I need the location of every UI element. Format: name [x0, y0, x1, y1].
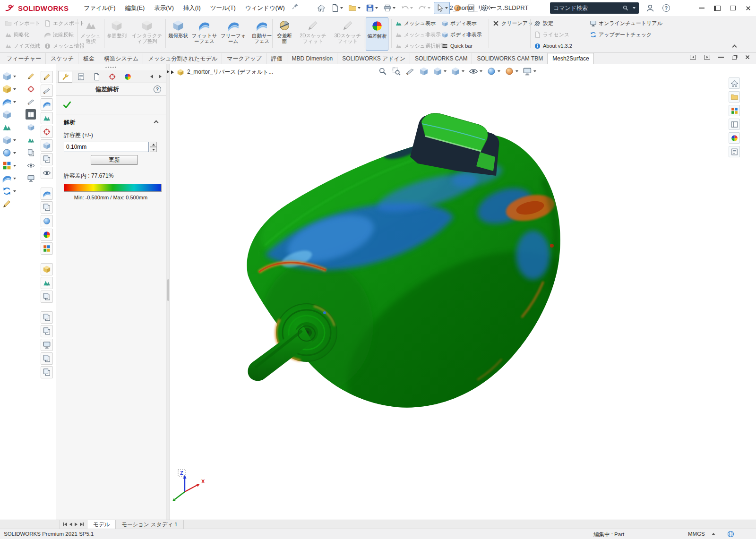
tab-addins[interactable]: SOLIDWORKS アドイン — [337, 53, 410, 64]
menu-view[interactable]: 表示(V) — [149, 2, 179, 14]
previous-view-button[interactable] — [419, 67, 429, 76]
toolbar-button[interactable] — [1, 173, 17, 184]
print-button[interactable] — [381, 2, 397, 14]
task-pane-resources-button[interactable] — [729, 91, 740, 103]
task-pane-home-button[interactable] — [729, 77, 740, 89]
display-style-button[interactable] — [451, 67, 464, 76]
apply-scene-button[interactable] — [505, 67, 518, 76]
user-account-icon[interactable] — [645, 3, 655, 13]
btn-cross-section[interactable]: 交差断面 — [274, 17, 295, 51]
btn-mesh-hide[interactable]: メッシュ非表示 — [393, 29, 439, 40]
toolbar-button[interactable] — [41, 311, 53, 324]
toolbar-button[interactable] — [41, 126, 53, 138]
toolbar-button[interactable] — [26, 71, 36, 81]
btn-deviation-analysis[interactable]: 偏差解析 — [366, 17, 388, 51]
pm-nav-right-icon[interactable] — [159, 75, 162, 78]
tab-mbd-dimension[interactable]: MBD Dimension — [287, 53, 338, 64]
last-tab-button[interactable] — [80, 522, 84, 526]
toolbar-button[interactable] — [41, 352, 53, 365]
btn-about[interactable]: About v1.3.2 — [532, 40, 584, 51]
btn-2d-sketch-fit[interactable]: 2Dスケッチフィット — [296, 17, 329, 51]
tab-structure-system[interactable]: 構造システム — [99, 53, 143, 64]
btn-body-hide[interactable]: ボディ非表示 — [439, 29, 487, 40]
btn-auto-surface[interactable]: 自動サーフェス — [249, 17, 275, 51]
toolbar-button[interactable] — [41, 339, 53, 351]
toolbar-button[interactable] — [41, 277, 53, 289]
tab-features[interactable]: フィーチャー — [2, 53, 46, 64]
btn-online-tutorial[interactable]: オンラインチュートリアル — [588, 17, 659, 29]
pm-tab-configurations[interactable] — [89, 71, 103, 83]
next-tab-button[interactable] — [75, 522, 77, 526]
toolbar-button[interactable] — [1, 186, 17, 197]
btn-noise-reduction[interactable]: ノイズ低減 — [3, 40, 42, 51]
panel-splitter[interactable] — [166, 64, 170, 520]
pane-right-icon[interactable] — [704, 55, 710, 60]
zoom-area-button[interactable] — [392, 67, 401, 76]
task-pane-custom-props-button[interactable] — [729, 146, 740, 157]
toolbar-button[interactable] — [1, 84, 17, 94]
toolbar-button[interactable] — [1, 198, 17, 209]
help-icon[interactable]: ? — [662, 4, 670, 12]
tab-sheet-metal[interactable]: 板金 — [78, 53, 99, 64]
toolbar-button-active[interactable] — [26, 109, 36, 120]
toolbar-button[interactable] — [26, 160, 36, 171]
toolbar-button[interactable] — [26, 122, 36, 132]
toolbar-button[interactable] — [41, 167, 53, 179]
minimize-document-icon[interactable] — [718, 57, 724, 58]
edit-appearance-button[interactable] — [487, 67, 500, 76]
restore-document-icon[interactable] — [732, 56, 737, 60]
first-tab-button[interactable] — [63, 522, 67, 526]
tree-root-label[interactable]: 2_mortor_リバース (デフォルト... — [187, 68, 273, 76]
btn-settings[interactable]: 設定 — [532, 17, 584, 29]
dock-window-icon[interactable] — [714, 6, 721, 11]
globe-icon[interactable] — [727, 530, 735, 538]
menu-insert[interactable]: 挿入(I) — [179, 2, 206, 14]
tree-expand-icon[interactable] — [171, 70, 174, 74]
graphics-viewport[interactable]: Z X Y 2_mortor_リバース (デフォルト... — [170, 64, 756, 520]
section-view-button[interactable] — [405, 67, 415, 76]
pm-nav-left-icon[interactable] — [150, 75, 153, 78]
toolbar-button[interactable] — [26, 96, 36, 107]
prev-tab-button[interactable] — [69, 522, 72, 526]
model-canvas[interactable]: Z X Y — [170, 64, 756, 520]
splitter-handle[interactable] — [167, 279, 169, 301]
maximize-window-icon[interactable] — [730, 6, 736, 10]
toolbar-button[interactable] — [41, 201, 53, 214]
pm-help-icon[interactable]: ? — [154, 86, 161, 93]
tab-cam[interactable]: SOLIDWORKS CAM — [410, 53, 472, 64]
minimize-window-icon[interactable] — [699, 8, 704, 9]
btn-license[interactable]: ライセンス — [532, 29, 584, 40]
btn-fit-surface[interactable]: フィットサーフェス — [190, 17, 218, 51]
task-pane-explorer-button[interactable] — [729, 119, 740, 130]
toolbar-button[interactable] — [41, 139, 53, 152]
menu-edit[interactable]: 編集(E) — [120, 2, 149, 14]
view-settings-button[interactable] — [523, 67, 536, 76]
toolbar-button[interactable] — [41, 71, 53, 83]
menu-window[interactable]: ウィンドウ(W) — [241, 2, 290, 14]
toolbar-button[interactable] — [41, 242, 53, 255]
btn-geometry[interactable]: 幾何形状 — [167, 17, 189, 51]
stepper-up-button[interactable] — [150, 142, 157, 147]
btn-quick-bar[interactable]: Quick bar — [439, 40, 487, 51]
btn-simplify[interactable]: 簡略化 — [3, 29, 42, 40]
toolbar-button[interactable] — [41, 366, 53, 378]
tab-model[interactable]: モデル — [87, 520, 116, 529]
motor-deviation-model[interactable] — [245, 113, 609, 465]
new-document-button[interactable] — [329, 2, 345, 14]
toolbar-button[interactable] — [41, 188, 53, 200]
btn-mesh-show[interactable]: メッシュ表示 — [393, 17, 439, 29]
toolbar-button[interactable] — [1, 135, 17, 146]
tab-cam-tbm[interactable]: SOLIDWORKS CAM TBM — [472, 53, 548, 64]
pm-tab-appearances[interactable] — [120, 71, 135, 83]
btn-mesh-select[interactable]: メッシュ選択 — [79, 17, 102, 51]
tab-sketch[interactable]: スケッチ — [46, 53, 78, 64]
toolbar-button[interactable] — [1, 122, 17, 133]
btn-mesh-deselect[interactable]: メッシュ選択解除 — [393, 40, 439, 51]
toolbar-button[interactable] — [41, 215, 53, 227]
tab-markup[interactable]: マークアップ — [222, 53, 266, 64]
feature-tree-flyout[interactable]: 2_mortor_リバース (デフォルト... — [171, 68, 273, 76]
btn-freeform[interactable]: フリーフォーム — [220, 17, 247, 51]
open-button[interactable] — [346, 2, 362, 14]
btn-update-check[interactable]: アップデートチェック — [588, 29, 659, 40]
task-pane-library-button[interactable] — [729, 105, 740, 116]
